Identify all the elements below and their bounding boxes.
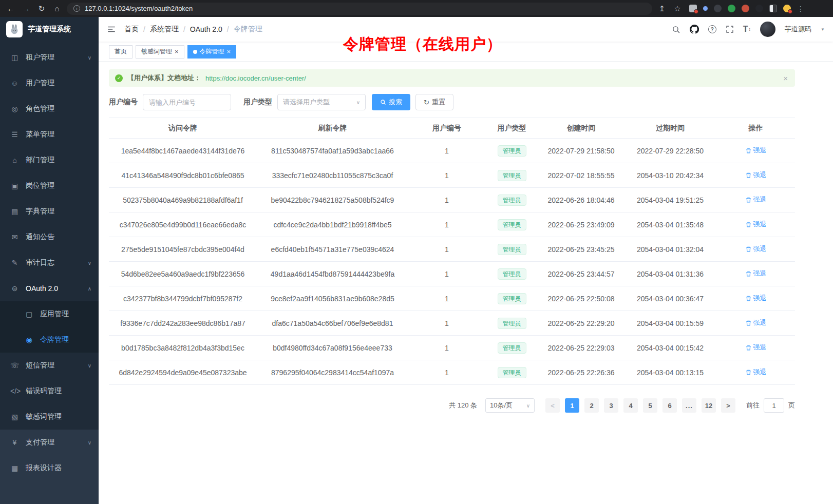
sidebar-item-sensitive-word[interactable]: ▧敏感词管理 <box>0 404 99 430</box>
sidebar-item-user[interactable]: ☺用户管理 <box>0 70 99 96</box>
pagination-page-button[interactable]: 3 <box>604 398 618 413</box>
sidebar-menu: ◫租户管理∨☺用户管理◎角色管理☰菜单管理⌂部门管理▣岗位管理▤字典管理✉通知公… <box>0 42 99 430</box>
force-logout-button[interactable]: 强退 <box>745 170 767 180</box>
browser-address-bar[interactable]: i 127.0.0.1:1024/system/oauth2/token <box>67 3 652 15</box>
user-avatar[interactable] <box>760 22 775 37</box>
split-window-icon[interactable] <box>769 5 777 12</box>
force-logout-button[interactable]: 强退 <box>745 269 767 278</box>
pagination-next-button[interactable]: > <box>721 398 735 413</box>
cell-create-time: 2022-06-26 18:04:46 <box>538 188 624 212</box>
search-button[interactable]: 搜索 <box>372 94 410 110</box>
action-label: 强退 <box>753 367 767 377</box>
profile-avatar-icon[interactable] <box>783 5 791 12</box>
force-logout-button[interactable]: 强退 <box>745 294 767 303</box>
browser-home-icon[interactable]: ⌂ <box>51 4 63 13</box>
sidebar-item-error-code[interactable]: </>错误码管理 <box>0 378 99 404</box>
extension-icon-1[interactable] <box>689 5 697 12</box>
sidebar-item-audit-log[interactable]: ✎审计日志∨ <box>0 250 99 276</box>
sidebar-item-role[interactable]: ◎角色管理 <box>0 96 99 122</box>
extension-icon-3[interactable] <box>714 5 722 12</box>
browser-menu-icon[interactable]: ⋮ <box>797 5 804 13</box>
pagination-page-button[interactable]: 2 <box>584 398 599 413</box>
user-id-input[interactable] <box>143 94 231 110</box>
jump-page-input[interactable] <box>764 398 784 413</box>
pagination-page-button[interactable]: 6 <box>662 398 677 413</box>
pagination-page-button[interactable]: 1 <box>565 398 579 413</box>
browser-forward-icon[interactable]: → <box>21 4 32 13</box>
alert-close-icon[interactable]: × <box>783 74 788 83</box>
sidebar-item-payment[interactable]: ¥支付管理∨ <box>0 430 99 455</box>
alert-doc-link[interactable]: https://doc.iocoder.cn/user-center/ <box>205 74 306 82</box>
force-logout-button[interactable]: 强退 <box>745 367 767 377</box>
force-logout-button[interactable]: 强退 <box>745 146 767 155</box>
extension-icon-2[interactable] <box>703 6 708 11</box>
page-content: ✓ 【用户体系】文档地址： https://doc.iocoder.cn/use… <box>99 62 805 413</box>
caret-down-icon[interactable]: ▼ <box>821 27 825 32</box>
breadcrumb-item[interactable]: OAuth 2.0 <box>190 25 222 33</box>
reset-button[interactable]: ↻ 重置 <box>415 94 453 110</box>
cell-refresh-token: 811c530487574fa0af1a59d3abc1aa66 <box>257 139 408 163</box>
hamburger-icon[interactable] <box>107 25 116 34</box>
force-logout-button[interactable]: 强退 <box>745 318 767 327</box>
sidebar-item-sms[interactable]: ☏短信管理∨ <box>0 353 99 378</box>
sidebar-item-notice[interactable]: ✉通知公告 <box>0 224 99 250</box>
force-logout-button[interactable]: 强退 <box>745 220 767 229</box>
extension-icon-5[interactable] <box>742 5 749 12</box>
sidebar-item-app-mgmt[interactable]: ▢应用管理 <box>0 301 99 327</box>
force-logout-button[interactable]: 强退 <box>745 343 767 352</box>
sidebar-item-label: 审计日志 <box>26 258 54 267</box>
sidebar-item-tenant[interactable]: ◫租户管理∨ <box>0 45 99 70</box>
sidebar-item-label: 敏感词管理 <box>26 412 62 421</box>
user-name[interactable]: 芋道源码 <box>785 25 811 34</box>
sidebar-item-dict[interactable]: ▤字典管理 <box>0 199 99 224</box>
search-icon[interactable] <box>672 25 680 34</box>
browser-reload-icon[interactable]: ↻ <box>36 4 47 13</box>
column-header: 创建时间 <box>538 118 624 139</box>
chevron-down-icon: ∨ <box>88 440 91 445</box>
app-logo[interactable]: 芋道管理系统 <box>0 17 99 42</box>
browser-back-icon[interactable]: ← <box>5 4 16 13</box>
sidebar-item-menu[interactable]: ☰菜单管理 <box>0 122 99 147</box>
tab-token[interactable]: 令牌管理× <box>187 45 237 59</box>
fullscreen-icon[interactable] <box>726 25 734 33</box>
cell-action: 强退 <box>716 262 795 286</box>
table-row: 502375b8040a469a9b82188afdf6af1fbe90422b… <box>109 188 795 212</box>
tab-sensitive-word[interactable]: 敏感词管理× <box>136 45 184 59</box>
font-size-icon[interactable]: T↕ <box>743 25 751 34</box>
extension-icon-6[interactable] <box>755 5 763 12</box>
cell-expire-time: 2054-03-04 00:13:15 <box>624 360 716 385</box>
bookmark-star-icon[interactable]: ☆ <box>672 4 683 13</box>
table-row: 275e5de9151045fe87cbdc395e004f4de6cfd40e… <box>109 237 795 262</box>
sidebar-item-oauth2[interactable]: ⊜OAuth 2.0∧ <box>0 276 99 301</box>
tab-close-icon[interactable]: × <box>227 48 231 55</box>
pagination-page-button[interactable]: 4 <box>623 398 638 413</box>
pagination-prev-button[interactable]: < <box>545 398 560 413</box>
sidebar-item-token-mgmt[interactable]: ◉令牌管理 <box>0 327 99 353</box>
extension-icon-4[interactable] <box>728 5 735 12</box>
force-logout-button[interactable]: 强退 <box>745 244 767 254</box>
tab-close-icon[interactable]: × <box>175 48 179 55</box>
column-header: 过期时间 <box>624 118 716 139</box>
force-logout-button[interactable]: 强退 <box>745 195 767 204</box>
sidebar-item-report-designer[interactable]: ▦报表设计器 <box>0 455 99 481</box>
cell-action: 强退 <box>716 286 795 311</box>
oauth-icon: ⊜ <box>10 284 19 293</box>
user-type-select[interactable]: 请选择用户类型 ∨ <box>277 94 366 110</box>
sidebar-item-dept[interactable]: ⌂部门管理 <box>0 147 99 173</box>
delete-icon <box>745 172 752 179</box>
cell-user-id: 1 <box>408 336 485 360</box>
breadcrumb-item[interactable]: 首页 <box>124 25 139 34</box>
cell-access-token: 54d6be82ee5a460a9aedc1f9bf223656 <box>109 262 257 286</box>
pagination-page-button[interactable]: 12 <box>702 398 716 413</box>
site-info-icon[interactable]: i <box>73 5 80 12</box>
pagination-page-button[interactable]: 5 <box>643 398 657 413</box>
github-icon[interactable] <box>690 25 699 34</box>
tab-home[interactable]: 首页 <box>109 45 132 59</box>
pagination-ellipsis[interactable]: ... <box>682 398 696 413</box>
share-icon[interactable]: ↥ <box>656 4 668 13</box>
jump-label-prefix: 前往 <box>746 401 760 410</box>
help-icon[interactable]: ? <box>708 25 716 33</box>
breadcrumb-item[interactable]: 系统管理 <box>150 25 179 34</box>
sidebar-item-post[interactable]: ▣岗位管理 <box>0 173 99 199</box>
page-size-select[interactable]: 10条/页 ∨ <box>485 398 535 413</box>
